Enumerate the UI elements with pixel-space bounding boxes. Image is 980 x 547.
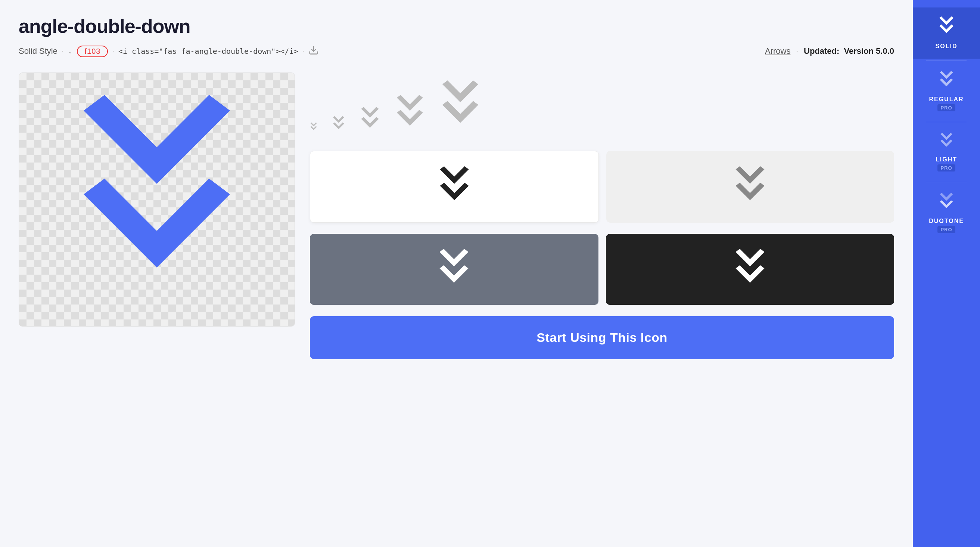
cta-button[interactable]: Start Using This Icon (310, 316, 894, 359)
sidebar-item-light[interactable]: LIGHT PRO (913, 124, 980, 180)
swatch-dark (310, 234, 598, 305)
right-sidebar: SOLID REGULAR PRO LIGHT PRO (913, 0, 980, 547)
size-item-md (360, 107, 380, 132)
size-row (310, 72, 894, 140)
swatch-white (310, 151, 599, 223)
duotone-pro-badge: PRO (937, 226, 955, 233)
sidebar-item-solid[interactable]: SOLID (913, 8, 980, 59)
regular-pro-badge: PRO (937, 104, 955, 112)
swatch-darker (606, 234, 894, 305)
dot-3: • (303, 49, 304, 53)
duotone-icon (939, 193, 954, 215)
divider-1 (926, 60, 967, 61)
light-pro-badge: PRO (937, 164, 955, 172)
sizes-panel: Start Using This Icon (310, 72, 894, 359)
regular-icon (939, 71, 954, 93)
meta-right: Arrows • Updated: Version 5.0.0 (765, 46, 894, 56)
sidebar-item-regular[interactable]: REGULAR PRO (913, 62, 980, 120)
sidebar-item-duotone[interactable]: DUOTONE PRO (913, 184, 980, 242)
divider-3 (926, 182, 967, 182)
dot-4: • (797, 49, 798, 53)
icon-preview-box (19, 72, 295, 327)
swatch-light (606, 151, 894, 223)
solid-label: SOLID (935, 43, 958, 50)
size-item-sm (332, 116, 345, 132)
category-link[interactable]: Arrows (765, 46, 790, 56)
code-snippet: <i class="fas fa-angle-double-down"></i> (118, 47, 298, 56)
solid-icon (938, 16, 955, 40)
size-item-lg (395, 95, 425, 132)
dot-2: • (112, 49, 114, 53)
swatch-row-light (310, 151, 894, 223)
size-item-xs (310, 122, 317, 132)
size-item-xl (440, 80, 481, 132)
style-label: Solid Style (19, 46, 57, 56)
main-icon-svg (52, 95, 261, 304)
dropdown-chevron-icon[interactable]: ⌄ (68, 48, 72, 55)
updated-label: Updated: Version 5.0.0 (804, 46, 894, 56)
light-icon (940, 132, 953, 153)
version-label: Version 5.0.0 (844, 46, 894, 56)
subtitle-row: Solid Style • ⌄ f103 • <i class="fas fa-… (19, 45, 894, 57)
duotone-label: DUOTONE (929, 218, 964, 225)
icon-body: Start Using This Icon (19, 72, 894, 359)
main-content: angle-double-down Solid Style • ⌄ f103 •… (0, 0, 913, 547)
light-label: LIGHT (935, 156, 957, 163)
divider-2 (926, 122, 967, 122)
swatch-row-dark (310, 234, 894, 305)
page-title: angle-double-down (19, 15, 894, 37)
dot-1: • (62, 49, 64, 53)
regular-label: REGULAR (929, 96, 964, 103)
unicode-badge: f103 (77, 46, 108, 57)
download-button[interactable] (309, 45, 319, 57)
